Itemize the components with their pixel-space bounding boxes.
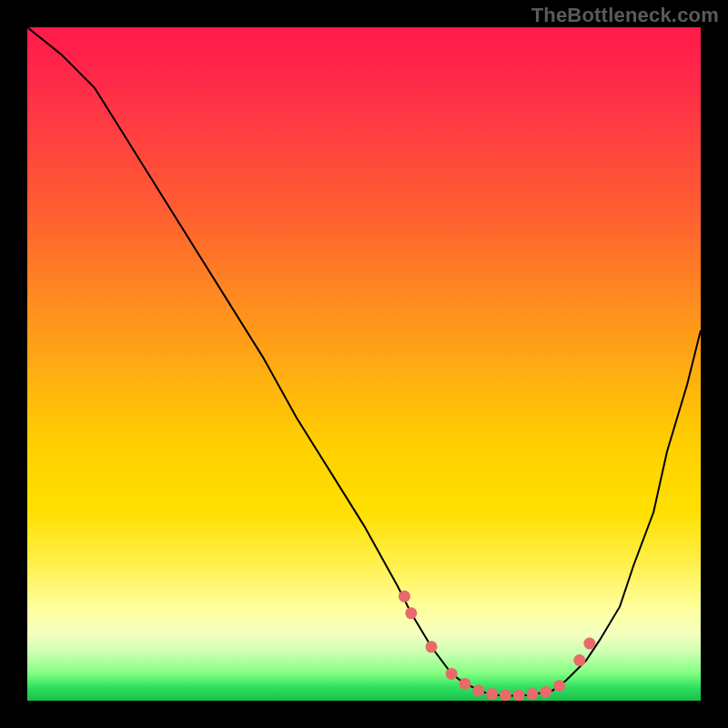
marker-dot [553, 680, 565, 692]
marker-dot [513, 690, 525, 701]
marker-dot [405, 607, 417, 619]
marker-dot [573, 654, 585, 666]
marker-dot [500, 690, 511, 701]
marker-dot [426, 641, 438, 652]
marker-dot [472, 684, 484, 696]
marker-dot [486, 688, 498, 700]
plot-area [27, 27, 701, 701]
marker-dot [527, 688, 539, 700]
chart-svg [27, 27, 701, 701]
curve-markers [399, 591, 596, 701]
attribution-label: TheBottleneck.com [531, 4, 719, 27]
marker-dot [399, 591, 410, 602]
marker-dot [460, 678, 471, 690]
chart-frame: TheBottleneck.com [0, 0, 728, 728]
marker-dot [540, 686, 551, 698]
curve-path [27, 27, 701, 696]
marker-dot [583, 638, 595, 650]
curve-line [27, 27, 701, 696]
marker-dot [446, 668, 458, 680]
